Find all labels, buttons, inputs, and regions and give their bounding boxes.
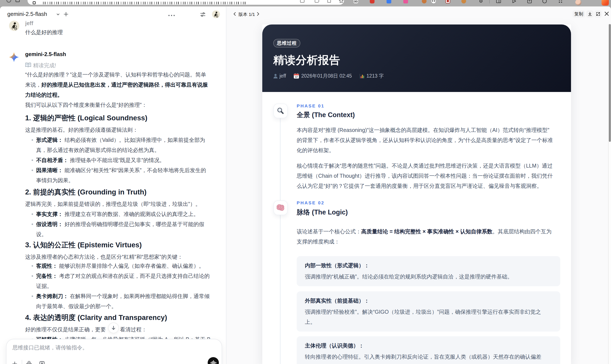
panda-eye xyxy=(434,0,435,1)
hero-author: jeff xyxy=(279,73,286,79)
composer-placeholder: 思维接口已就绪，请传输指令。 xyxy=(13,344,88,351)
share-icon[interactable] xyxy=(327,0,331,3)
text-line: 强调推理的“机械正确”。结论必须在给定的规则系统内逻辑自洽，这是推理的硬件基础。 xyxy=(305,272,552,282)
pink-extension-icon[interactable] xyxy=(403,0,408,3)
gear-extension-icon[interactable] xyxy=(478,0,483,3)
new-chat-plus-icon[interactable] xyxy=(63,11,69,18)
composer[interactable]: 思维接口已就绪，请传输指令。 xyxy=(6,339,222,364)
text-line: 转向推理者的心理特征。引入奥卡姆剃刀和反向论证，旨在克服人类（或机器）天然存在的… xyxy=(305,352,552,362)
sparkle-icon[interactable] xyxy=(26,361,32,364)
ellipsis-icon[interactable] xyxy=(168,13,175,17)
user-message-author: jeff xyxy=(25,20,33,26)
document-title: 精读分析报告 xyxy=(273,53,340,68)
speaker-mute-icon[interactable] xyxy=(315,0,319,3)
section-4-heading: 4. 表达的透明度 (Clarity and Transparency) xyxy=(25,313,167,322)
reload-icon[interactable] xyxy=(6,0,11,3)
download-icon xyxy=(588,12,592,16)
panda-eye xyxy=(432,0,433,1)
glasses-extension-icon[interactable] xyxy=(353,0,358,3)
play-icon[interactable] xyxy=(512,0,516,3)
section-3-heading: 3. 认知的公正性 (Epistemic Virtues) xyxy=(25,241,142,249)
logic-card-2: 外部真实性（前提基础）： 强调推理的“经验校准”。解决“GIGO（垃圾进，垃圾出… xyxy=(297,291,560,332)
text-run: 能够识别并尽量排除个人偏见（如幸存者偏差、确认偏差）。 xyxy=(58,263,204,269)
assistant-author: gemini-2.5-flash xyxy=(25,51,66,57)
orange-ball-extension-icon[interactable] xyxy=(461,0,466,3)
panda-extension-icon[interactable] xyxy=(431,0,436,3)
phase-2-title: 脉络 (The Logic) xyxy=(297,208,348,217)
section-2-intro: 逻辑再完美，如果前提是错误的，推理也是垃圾（即“垃圾进，垃圾出”）。 xyxy=(25,199,201,209)
header-user-avatar[interactable] xyxy=(212,10,220,18)
text-line: 真，那么通过有效的逻辑形式得出的结论必然为真。 xyxy=(25,145,206,155)
bullet-dot xyxy=(32,265,33,267)
sliders-icon[interactable] xyxy=(200,12,206,18)
text-line: 事情归为因果。 xyxy=(25,175,206,185)
text-run: 来说， xyxy=(25,82,41,88)
phase-1-title: 全景 (The Context) xyxy=(297,110,355,119)
text-run: 好的推理是从已知信息出发，通过严密的逻辑路径，得出可靠且有说服 xyxy=(41,82,208,88)
text-line: “什么是好的推理？”这是一个涉及逻辑学、认知科学和哲学核心的问题。简单 xyxy=(25,70,208,80)
scrollbar-thumb[interactable] xyxy=(609,24,611,142)
chat-title[interactable]: gemini-2.5-flash xyxy=(7,11,47,17)
blue-extension-icon[interactable] xyxy=(386,0,391,3)
tab-grid-icon[interactable] xyxy=(15,0,20,2)
text-line: 支撑的维度构成： xyxy=(297,237,551,247)
section-4-intro: 好的推理不仅仅是结果正确，更要看清过程： xyxy=(25,325,147,335)
split-view-icon[interactable] xyxy=(496,0,501,3)
profile-avatar[interactable] xyxy=(575,0,581,5)
share-box-icon[interactable] xyxy=(527,0,532,3)
arrow-down-icon xyxy=(111,325,116,330)
bullet-dot xyxy=(32,213,33,215)
version-next-button[interactable] xyxy=(256,12,260,17)
text-line: 证据。 xyxy=(25,281,210,291)
section-3-intro: 这涉及推理者的心态和方法论，也是区分“杠精”和“思想家”的关键： xyxy=(25,252,183,262)
chevron-down-icon[interactable] xyxy=(56,12,60,17)
text-run: 假设透明： xyxy=(36,221,63,227)
text-line: 因果清晰： 能准确区分“相关性”和“因果关系”，不会轻率地将先后发生的 xyxy=(25,165,206,175)
close-button[interactable] xyxy=(604,11,610,17)
browser-address-bar[interactable] xyxy=(27,0,344,5)
section-2-heading: 2. 前提的真实性 (Grounding in Truth) xyxy=(25,188,147,196)
copy-button[interactable]: 复制 xyxy=(572,10,585,18)
gemini-logo-icon xyxy=(9,52,19,62)
open-book-icon xyxy=(25,63,31,68)
book-cover xyxy=(447,0,449,2)
version-prev-button[interactable] xyxy=(232,12,237,17)
text-line: 核心情境在于解决“思考的随意性”问题。不论是人类通过批判性思维进行决策，还是大语… xyxy=(297,161,553,171)
text-line: 么认为它是“好”的？它提供了一套通用的度量衡，用于区分直觉盲区与严谨论证、偏见噪… xyxy=(297,181,553,191)
assistant-paragraph-2: 我们可以从以下四个维度来衡量什么是“好的推理”： xyxy=(25,100,147,110)
text-line: 假设透明： 好的推理会明确指明哪些是已知事实，哪些是基于可能的假 xyxy=(25,219,204,229)
fullscreen-button[interactable] xyxy=(595,10,602,18)
download-button[interactable] xyxy=(586,10,594,18)
smiley-icon[interactable] xyxy=(542,0,547,3)
chevron-left-icon xyxy=(232,12,237,16)
logic-card-1: 内部一致性（形式逻辑）： 强调推理的“机械正确”。结论必须在给定的规则系统内逻辑… xyxy=(297,256,560,286)
phase-2-label: PHASE 02 xyxy=(297,200,325,205)
attach-plus-icon[interactable] xyxy=(12,361,17,364)
text-run: 推理建立在可靠的数据、准确的观测或公认的真理之上。 xyxy=(63,211,199,217)
phase-1-paragraph-2: 核心情境在于解决“思考的随意性”问题。不论是人类通过批判性思维进行决策，还是大语… xyxy=(297,161,553,191)
orange-dot-extension-icon[interactable] xyxy=(422,0,426,3)
voice-wave-button[interactable] xyxy=(208,357,219,364)
shield-extension-icon[interactable] xyxy=(370,0,374,3)
text-run: 在解释同一个现象时，如果两种推理都能站得住脚，通常倾 xyxy=(68,293,210,299)
text-run: 思维过程 xyxy=(277,40,297,46)
svg-text:17: 17 xyxy=(295,76,298,78)
logic-card-body: 强调推理的“机械正确”。结论必须在给定的规则系统内逻辑自洽，这是推理的硬件基础。 xyxy=(305,272,552,282)
bullet-dot xyxy=(32,139,33,141)
red-book-extension-icon[interactable] xyxy=(445,0,450,3)
toolbar-divider xyxy=(489,0,490,3)
text-run: 复制 xyxy=(574,11,583,17)
logic-card-body: 转向推理者的心理特征。引入奥卡姆剃刀和反向论证，旨在克服人类（或机器）天然存在的… xyxy=(305,352,552,364)
phase-1-paragraph-1: 本内容是对“推理 (Reasoning)”这一抽象概念的高层建模。在知识爆炸与人… xyxy=(297,125,553,155)
scroll-to-bottom-button[interactable] xyxy=(108,323,119,333)
flame-app-icon[interactable] xyxy=(601,0,609,6)
bookmark-icon[interactable] xyxy=(39,361,45,364)
text-line: 这涉及推理者的心态和方法论，也是区分“杠精”和“思想家”的关键： xyxy=(25,252,183,262)
grid-dots-icon[interactable] xyxy=(558,0,563,3)
text-run: 。其底层结构由四个互为 xyxy=(492,228,551,234)
reader-icon[interactable] xyxy=(300,0,305,3)
phase-1-label: PHASE 01 xyxy=(297,103,325,108)
text-run: 事实支撑： xyxy=(36,211,63,217)
bookmark-star-icon[interactable] xyxy=(339,0,344,4)
bullet-dot xyxy=(32,296,33,297)
